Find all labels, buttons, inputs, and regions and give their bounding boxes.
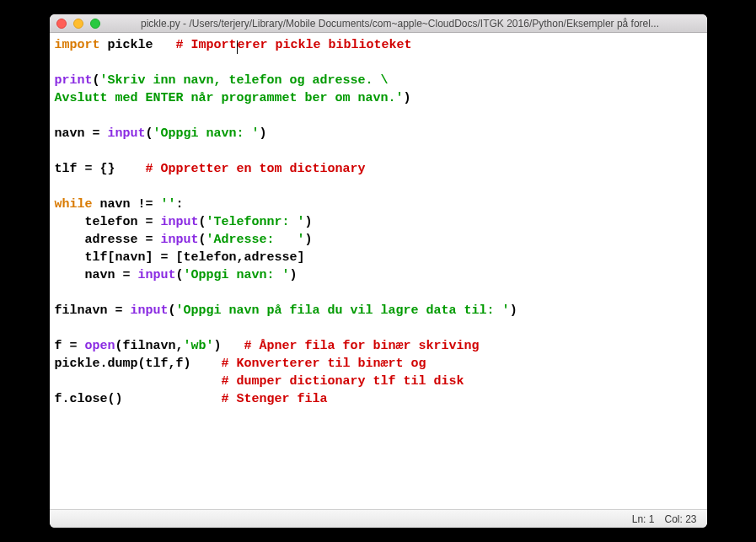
- traffic-lights: [56, 19, 100, 29]
- builtin: input: [108, 126, 146, 141]
- code-text: ): [510, 303, 517, 318]
- builtin: input: [131, 303, 169, 318]
- comment: # Importerer pickle biblioteket: [176, 38, 412, 52]
- code-text: (: [93, 73, 100, 88]
- builtin: open: [85, 339, 115, 353]
- code-text: tlf = {}: [55, 162, 146, 176]
- minimize-icon[interactable]: [73, 19, 83, 29]
- code-text: ): [260, 126, 267, 141]
- comment: # Stenger fila: [222, 392, 328, 406]
- keyword: import: [55, 38, 100, 52]
- code-text: :: [176, 197, 184, 212]
- code-text: ): [305, 233, 313, 247]
- code-text: [55, 374, 222, 389]
- string: 'Oppgi navn: ': [153, 126, 260, 141]
- code-text: navn !=: [93, 197, 161, 212]
- builtin: input: [161, 233, 199, 247]
- builtin: input: [161, 215, 199, 229]
- code-text: ): [404, 91, 411, 105]
- string: 'Telefonnr: ': [206, 215, 305, 229]
- code-text: (: [169, 303, 176, 318]
- code-text: (: [146, 126, 153, 141]
- status-line: Ln: 1: [632, 513, 655, 525]
- code-text: navn =: [55, 268, 138, 282]
- code-text: navn =: [55, 126, 108, 141]
- code-text: f =: [55, 339, 85, 353]
- titlebar: pickle.py - /Users/terjery/Library/Mobil…: [50, 14, 707, 33]
- code-text: telefon =: [55, 215, 161, 229]
- builtin: print: [55, 73, 93, 88]
- code-text: tlf[navn] = [telefon,adresse]: [55, 250, 305, 265]
- close-icon[interactable]: [56, 19, 67, 29]
- status-bar: Ln: 1 Col: 23: [50, 509, 707, 528]
- code-text: ): [290, 268, 298, 282]
- code-text: filnavn =: [55, 303, 131, 318]
- code-editor[interactable]: import pickle # Importerer pickle biblio…: [50, 33, 707, 509]
- code-text: pickle.dump(tlf,f): [55, 357, 222, 371]
- editor-window: pickle.py - /Users/terjery/Library/Mobil…: [50, 14, 707, 528]
- keyword: while: [55, 197, 93, 212]
- code-text: (: [199, 215, 206, 229]
- string: 'wb': [184, 339, 214, 353]
- code-text: (: [199, 233, 206, 247]
- code-text: ): [214, 339, 244, 353]
- window-title: pickle.py - /Users/terjery/Library/Mobil…: [100, 18, 700, 30]
- string: 'Adresse: ': [206, 233, 305, 247]
- code-text: ): [305, 215, 313, 229]
- code-text: (filnavn,: [115, 339, 184, 353]
- comment: # Konverterer til binært og: [222, 357, 426, 371]
- text-cursor: [237, 40, 238, 54]
- string: Avslutt med ENTER når programmet ber om …: [55, 91, 404, 105]
- builtin: input: [138, 268, 176, 282]
- code-text: pickle: [100, 38, 176, 52]
- comment: # dumper dictionary tlf til disk: [222, 374, 464, 389]
- string: 'Oppgi navn på fila du vil lagre data ti…: [176, 303, 510, 318]
- zoom-icon[interactable]: [90, 19, 100, 29]
- code-text: (: [176, 268, 184, 282]
- string: 'Oppgi navn: ': [184, 268, 290, 282]
- status-col: Col: 23: [664, 513, 696, 525]
- string: 'Skriv inn navn, telefon og adresse. \: [100, 73, 389, 88]
- comment: # Oppretter en tom dictionary: [146, 162, 366, 176]
- string: '': [161, 197, 176, 212]
- code-text: f.close(): [55, 392, 222, 406]
- comment: # Åpner fila for binær skriving: [244, 339, 480, 353]
- code-text: adresse =: [55, 233, 161, 247]
